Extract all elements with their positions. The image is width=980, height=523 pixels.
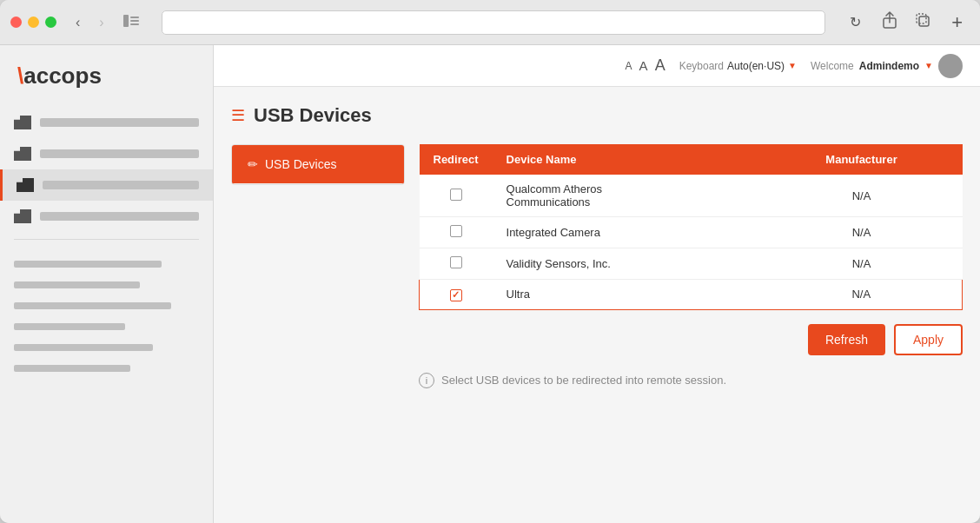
sidebar-item-4[interactable] [0,201,213,232]
page-title-icon: ☰ [231,106,245,125]
svg-rect-2 [130,20,139,22]
left-nav-item-label: USB Devices [265,157,336,171]
font-size-controls: A A A [626,56,665,75]
sidebar-item-bar [43,181,199,189]
checkbox-checked[interactable] [450,289,462,301]
close-button[interactable] [10,17,22,28]
page-title: USB Devices [254,104,372,127]
sidebar-plain-items [0,247,213,386]
page-header: ☰ USB Devices [231,104,963,127]
info-icon: i [419,373,434,388]
sidebar-menu [0,107,213,523]
device-name-4: Ultra [493,280,761,310]
logo: \accops [17,63,102,89]
plain-bar-row [0,254,213,275]
left-nav-item-usb[interactable]: ✏ USB Devices [232,145,404,184]
checkbox-unchecked[interactable] [450,256,462,268]
sidebar-item-bar [40,118,199,127]
sidebar-item-bar [40,212,199,221]
share-button[interactable] [877,8,903,36]
checkbox-unchecked[interactable] [450,189,462,201]
browser-actions [877,8,936,36]
app-content: \accops [0,45,980,523]
folder-icon [14,209,31,223]
manufacturer-3: N/A [761,248,963,280]
device-name-3: Validity Sensors, Inc. [493,248,761,280]
traffic-lights [10,17,56,28]
table-row[interactable]: Integrated Camera N/A [420,217,963,248]
main-area: A A A Keyboard Auto(en·US) ▼ Welcome Adm… [214,45,980,523]
svg-rect-5 [919,17,929,26]
minimize-button[interactable] [28,17,39,28]
device-table: Redirect Device Name Manufacturer Qualco… [419,144,963,310]
col-redirect: Redirect [420,144,493,175]
redirect-checkbox-1[interactable] [420,175,493,217]
redirect-checkbox-3[interactable] [420,248,493,280]
folder-icon [14,147,31,161]
checkbox-unchecked[interactable] [450,225,462,237]
device-name-2: Integrated Camera [493,217,761,248]
title-bar: ‹ › ↻ [0,0,980,45]
table-row[interactable]: Validity Sensors, Inc. N/A [420,248,963,280]
redirect-checkbox-4[interactable] [420,280,493,310]
maximize-button[interactable] [45,17,56,28]
usb-nav-icon: ✏ [248,157,258,171]
folder-icon [14,116,31,129]
plain-bar-row [0,275,213,295]
table-row[interactable]: Qualcomm AtherosCommunications N/A [420,175,963,217]
info-text: i Select USB devices to be redirected in… [419,373,963,388]
sidebar-item-3[interactable] [0,169,213,201]
svg-rect-3 [130,23,139,25]
browser-refresh-button[interactable]: ↻ [843,10,868,34]
manufacturer-4: N/A [761,280,963,310]
user-dropdown-arrow: ▼ [924,61,933,70]
redirect-checkbox-2[interactable] [420,217,493,248]
duplicate-button[interactable] [910,9,936,36]
page-content: ☰ USB Devices ✏ USB Devices [214,87,980,523]
logo-area: \accops [0,54,213,107]
left-nav: ✏ USB Devices [231,144,405,185]
manufacturer-1: N/A [761,175,963,217]
svg-rect-6 [917,14,926,23]
refresh-button[interactable]: Refresh [808,324,885,355]
col-device-name: Device Name [493,144,761,175]
font-size-medium[interactable]: A [639,58,648,73]
keyboard-dropdown-arrow: ▼ [788,61,797,70]
welcome-name: Admindemo [859,60,919,72]
browser-frame: ‹ › ↻ [0,0,980,523]
keyboard-selector[interactable]: Keyboard Auto(en·US) ▼ [679,60,797,72]
svg-rect-0 [123,15,129,27]
address-bar[interactable] [162,10,825,35]
table-area: Redirect Device Name Manufacturer Qualco… [419,144,963,388]
sidebar-item-bar [40,149,199,158]
plain-bar-row [0,316,213,337]
sidebar-item-2[interactable] [0,138,213,169]
font-size-small[interactable]: A [626,60,632,72]
plain-bar-row [0,295,213,316]
svg-rect-1 [130,17,139,18]
folder-icon [17,178,34,192]
font-size-large[interactable]: A [655,56,665,75]
sidebar-divider [14,239,199,240]
apply-button[interactable]: Apply [894,324,963,355]
device-name-1: Qualcomm AtherosCommunications [493,175,761,217]
back-button[interactable]: ‹ [70,11,85,34]
plain-bar-row [0,358,213,379]
content-layout: ✏ USB Devices Redirect Device Name Manu [231,144,963,388]
welcome-area[interactable]: Welcome Admindemo ▼ [811,54,963,78]
user-avatar [938,54,963,78]
top-bar: A A A Keyboard Auto(en·US) ▼ Welcome Adm… [214,45,980,87]
plain-bar-row [0,337,213,358]
table-header: Redirect Device Name Manufacturer [420,144,963,175]
welcome-label: Welcome [811,60,854,72]
keyboard-value: Auto(en·US) [727,60,785,72]
table-actions: Refresh Apply [419,324,963,355]
sidebar: \accops [0,45,214,523]
table-row-selected[interactable]: Ultra N/A [420,280,963,310]
info-message: Select USB devices to be redirected into… [441,374,726,387]
sidebar-item-1[interactable] [0,107,213,138]
new-tab-button[interactable]: + [944,11,970,34]
sidebar-toggle-button[interactable] [118,11,144,34]
keyboard-label: Keyboard [679,60,724,72]
forward-button[interactable]: › [94,11,109,34]
